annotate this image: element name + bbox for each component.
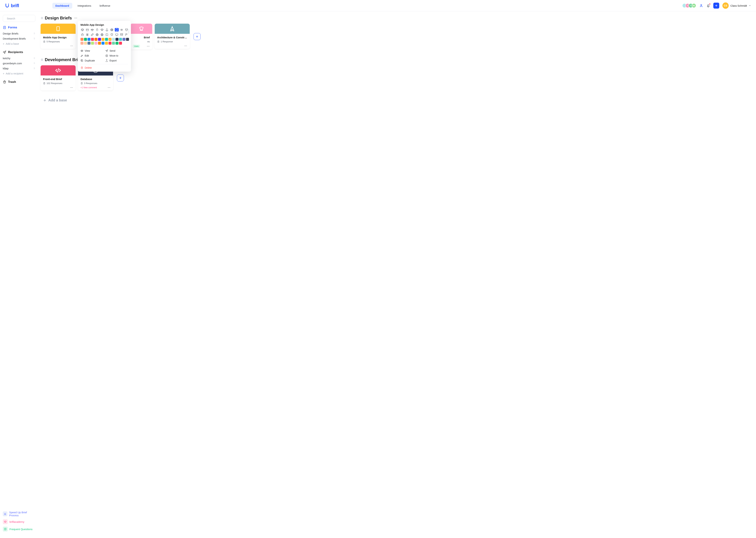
nav-briflverse[interactable]: briflverse <box>96 3 114 9</box>
color-swatch[interactable] <box>116 38 118 41</box>
invite-icon[interactable] <box>699 4 703 8</box>
storefront-icon[interactable] <box>85 28 89 31</box>
card-more-button[interactable]: ··· <box>71 86 73 89</box>
color-swatch[interactable] <box>80 38 83 41</box>
sidebar-recipients-title[interactable]: Recipients <box>3 50 35 54</box>
action-view[interactable]: View <box>80 49 103 52</box>
graduation-icon[interactable] <box>100 28 104 31</box>
action-edit[interactable]: Edit <box>80 54 103 57</box>
scroll-hint <box>128 29 129 34</box>
color-swatch[interactable] <box>80 42 83 45</box>
scale-icon[interactable] <box>90 28 94 31</box>
layout: Forms Design Briefs ⠿ Development Briefs… <box>0 11 756 537</box>
color-swatch[interactable] <box>119 42 122 45</box>
drag-handle-icon[interactable]: ⠿ <box>34 37 35 40</box>
card-body: Architecture & Construc... 1 Response ··… <box>155 34 190 49</box>
color-swatch[interactable] <box>112 38 115 41</box>
recipients-label: Recipients <box>8 50 23 54</box>
tablet-icon[interactable] <box>115 28 118 31</box>
nav-integrations[interactable]: Integrations <box>74 3 94 9</box>
nav-dashboard[interactable]: Dashboard <box>52 3 72 9</box>
add-base-link[interactable]: + Add a base <box>3 41 35 46</box>
chef-icon[interactable] <box>110 33 114 36</box>
color-swatch[interactable] <box>122 38 125 41</box>
color-swatch[interactable] <box>109 42 112 45</box>
drag-handle-icon[interactable]: ⠿ <box>34 57 35 60</box>
collaborator-avatars[interactable]: F T BE <box>684 3 696 8</box>
card-more-button[interactable]: ··· <box>147 45 150 47</box>
footer-speed-up[interactable]: Speed Up Brief Process <box>3 511 35 517</box>
color-swatch[interactable] <box>95 42 97 45</box>
color-swatch[interactable] <box>105 38 108 41</box>
add-base-main[interactable]: Add a base <box>43 98 754 102</box>
action-388[interactable]: Export <box>105 59 128 62</box>
color-swatch[interactable] <box>91 42 94 45</box>
overlap-icon[interactable] <box>120 28 123 31</box>
card-more-button[interactable]: ··· <box>108 86 111 89</box>
sidebar-trash[interactable]: Trash <box>3 80 35 84</box>
anchor-icon[interactable] <box>105 28 109 31</box>
drag-handle-icon[interactable]: ⠿ <box>34 62 35 65</box>
droplet-icon[interactable] <box>95 28 99 31</box>
add-card-button[interactable] <box>194 33 201 40</box>
basket-icon[interactable] <box>80 33 84 36</box>
box-icon[interactable] <box>80 28 84 31</box>
card-more-button[interactable]: ··· <box>184 45 187 47</box>
avatar: BE <box>691 3 696 8</box>
action-move-to[interactable]: Move to <box>105 54 128 57</box>
color-swatch[interactable] <box>87 42 90 45</box>
tshirt-icon[interactable] <box>124 28 128 31</box>
monitor-icon[interactable] <box>115 33 118 36</box>
add-card-button[interactable] <box>117 75 124 81</box>
color-swatch[interactable] <box>87 38 90 41</box>
color-swatch[interactable] <box>98 42 101 45</box>
color-swatch[interactable] <box>126 38 129 41</box>
archive-icon[interactable] <box>120 33 123 36</box>
drag-handle-icon[interactable]: ⠿ <box>34 32 35 35</box>
add-new-button[interactable] <box>713 3 719 9</box>
color-swatch[interactable] <box>84 42 87 45</box>
action-duplicate[interactable]: Duplicate <box>80 59 103 62</box>
color-swatch[interactable] <box>119 38 122 41</box>
sidebar-item-development-briefs[interactable]: Development Briefs ⠿ <box>3 36 35 41</box>
brief-card[interactable]: Mobile App Design 5 Responses ··· <box>41 24 75 49</box>
card-more-button[interactable]: ··· <box>71 45 73 47</box>
basketball-icon[interactable] <box>110 28 114 31</box>
book-icon[interactable] <box>105 33 109 36</box>
color-swatch[interactable] <box>105 42 108 45</box>
sidebar-forms-title[interactable]: Forms <box>3 26 35 29</box>
add-recipient-link[interactable]: + Add a recipient <box>3 71 35 76</box>
color-swatch[interactable] <box>91 38 94 41</box>
color-swatch[interactable] <box>112 42 115 45</box>
color-swatch[interactable] <box>84 38 87 41</box>
action-send[interactable]: Send <box>105 49 128 52</box>
color-swatch[interactable] <box>116 42 118 45</box>
drag-handle-icon[interactable]: ⠿ <box>34 67 35 70</box>
brief-card[interactable]: Architecture & Construc... 1 Response ··… <box>155 24 190 49</box>
user-menu[interactable]: CS Clara Schmidt <box>722 2 751 9</box>
action-delete[interactable]: Delete <box>80 64 128 69</box>
sidebar-item-recipient[interactable]: gocenbeyin.com ⠿ <box>3 61 35 66</box>
globe-icon[interactable] <box>100 33 104 36</box>
notifications-icon[interactable] <box>706 4 710 8</box>
color-swatch[interactable] <box>102 42 105 45</box>
search-input[interactable] <box>7 17 40 20</box>
sidebar-item-recipient[interactable]: kåap ⠿ <box>3 66 35 71</box>
footer-academy[interactable]: briflacademy <box>3 519 35 524</box>
flag-icon[interactable] <box>124 33 128 36</box>
sidebar-item-design-briefs[interactable]: Design Briefs ⠿ <box>3 31 35 36</box>
color-swatch[interactable] <box>102 38 105 41</box>
brief-card[interactable]: Front-end Brief 102 Responses ··· <box>41 65 75 90</box>
sidebar-item-recipient[interactable]: ketchy ⠿ <box>3 56 35 61</box>
footer-faq[interactable]: Frequent Questions <box>3 527 35 531</box>
cable-car-icon[interactable] <box>85 33 89 36</box>
logo[interactable]: brifl <box>5 3 19 8</box>
link-icon[interactable] <box>90 33 94 36</box>
section-more-button[interactable]: ··· <box>74 17 77 20</box>
color-swatch[interactable] <box>109 38 112 41</box>
aperture-icon[interactable] <box>95 33 99 36</box>
search-box[interactable] <box>3 15 35 22</box>
color-swatch[interactable] <box>95 38 97 41</box>
brief-card[interactable]: Brief es nses ··· <box>130 24 152 50</box>
color-swatch[interactable] <box>98 38 101 41</box>
